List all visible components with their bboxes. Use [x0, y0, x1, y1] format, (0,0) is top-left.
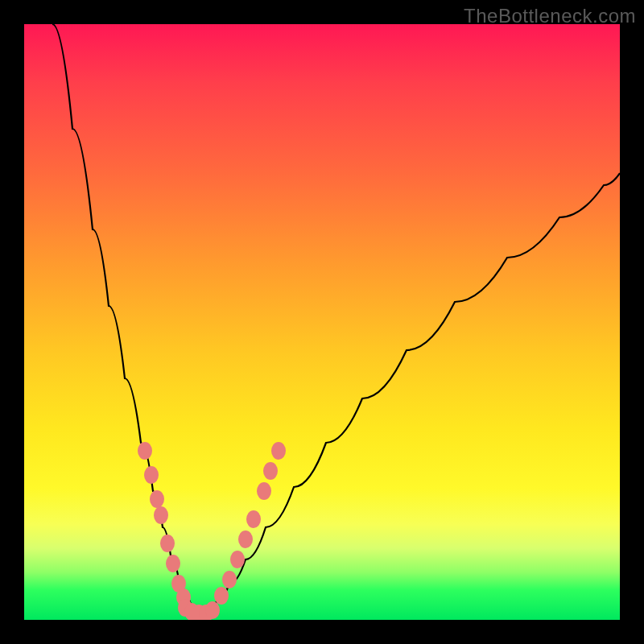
data-dot — [154, 506, 168, 524]
left-curve — [52, 24, 203, 614]
data-dot — [271, 442, 286, 460]
data-dot — [144, 466, 159, 484]
data-dot — [230, 551, 245, 568]
plot-area — [24, 24, 620, 620]
data-dot — [214, 587, 229, 605]
data-dot — [138, 442, 152, 460]
data-dot — [222, 571, 237, 588]
data-dot — [160, 535, 175, 552]
data-dot — [263, 462, 278, 480]
data-dot — [257, 482, 271, 500]
curve-group — [52, 24, 620, 614]
data-dot — [238, 530, 253, 548]
chart-svg — [24, 24, 620, 620]
data-dot — [166, 555, 180, 572]
data-dot — [246, 510, 261, 528]
data-dot — [205, 601, 220, 619]
right-curve — [203, 173, 620, 614]
chart-frame: TheBottleneck.com — [0, 0, 644, 644]
data-dot — [150, 490, 164, 508]
